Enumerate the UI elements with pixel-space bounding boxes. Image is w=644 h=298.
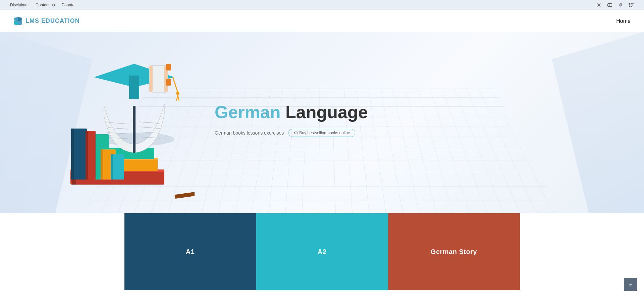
svg-point-2 — [600, 4, 600, 4]
svg-point-1 — [598, 4, 600, 6]
tag-icon: 🏷 — [293, 131, 298, 135]
instagram-icon[interactable] — [596, 2, 602, 8]
svg-marker-4 — [14, 17, 18, 21]
logo[interactable]: LMS EDUCATION — [13, 16, 80, 26]
buy-link-label: Buy bestselling books online — [299, 131, 350, 135]
svg-line-22 — [139, 122, 159, 123]
donate-link[interactable]: Donate — [61, 3, 74, 7]
svg-rect-50 — [86, 131, 88, 180]
svg-marker-6 — [14, 21, 18, 25]
hero-content: German Language German books lessons exe… — [0, 45, 644, 200]
hero-text: German Language German books lessons exe… — [215, 103, 610, 142]
svg-marker-7 — [18, 21, 22, 25]
twitter-icon[interactable] — [629, 2, 634, 8]
social-icons — [596, 2, 634, 8]
card-a2-label: A2 — [318, 248, 327, 256]
svg-line-18 — [109, 122, 129, 124]
disclaimer-link[interactable]: Disclaimer — [10, 3, 29, 7]
svg-point-30 — [176, 92, 179, 95]
card-a1[interactable]: A1 — [124, 213, 256, 290]
svg-rect-17 — [133, 106, 136, 153]
hero-section: German Language German books lessons exe… — [0, 32, 644, 213]
header: LMS EDUCATION Home — [0, 10, 644, 32]
contact-link[interactable]: Contact us — [36, 3, 55, 7]
svg-rect-28 — [129, 76, 139, 99]
svg-marker-3 — [609, 4, 610, 6]
facebook-icon[interactable] — [618, 2, 623, 8]
subtitle-text: German books lessons exercises — [215, 130, 284, 136]
svg-rect-37 — [166, 64, 171, 70]
main-nav: Home — [616, 18, 631, 24]
svg-rect-48 — [71, 129, 74, 180]
card-a2[interactable]: A2 — [256, 213, 388, 290]
svg-rect-52 — [101, 149, 103, 180]
hero-illustration — [34, 45, 195, 200]
hero-title-plain: Language — [281, 102, 368, 122]
card-story-label: German Story — [431, 248, 477, 256]
youtube-icon[interactable] — [607, 2, 612, 8]
nav-home[interactable]: Home — [616, 18, 631, 24]
card-german-story[interactable]: German Story — [388, 213, 520, 290]
hero-subtitle: German books lessons exercises 🏷 Buy bes… — [215, 129, 610, 137]
svg-rect-54 — [111, 154, 113, 180]
logo-text: LMS EDUCATION — [25, 17, 80, 24]
svg-rect-0 — [597, 3, 601, 7]
top-bar: Disclaimer Contact us Donate — [0, 0, 644, 10]
chevron-up-icon — [628, 282, 633, 287]
hero-title: German Language — [215, 103, 610, 122]
hero-title-colored: German — [215, 102, 281, 122]
svg-line-29 — [173, 77, 178, 92]
svg-rect-38 — [166, 79, 171, 86]
cards-row: A1 A2 German Story — [0, 213, 644, 290]
svg-rect-35 — [149, 65, 153, 92]
buy-link[interactable]: 🏷 Buy bestselling books online — [288, 129, 355, 137]
svg-marker-5 — [18, 17, 22, 21]
svg-rect-55 — [174, 185, 195, 199]
logo-icon — [13, 16, 23, 26]
scroll-top-button[interactable] — [624, 278, 637, 290]
card-a1-label: A1 — [186, 248, 195, 256]
top-bar-links: Disclaimer Contact us Donate — [10, 3, 74, 7]
hero-svg — [34, 45, 195, 200]
